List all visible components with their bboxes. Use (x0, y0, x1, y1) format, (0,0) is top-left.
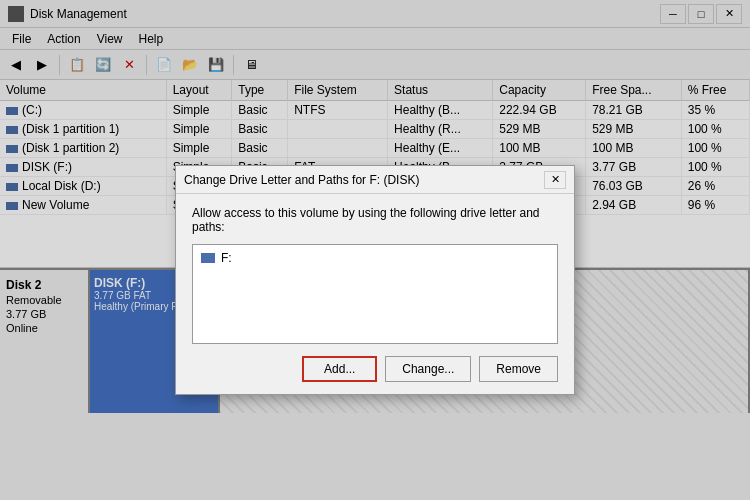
remove-button[interactable]: Remove (479, 356, 558, 382)
dialog-description: Allow access to this volume by using the… (192, 206, 558, 234)
dialog-list: F: (192, 244, 558, 344)
dialog-title: Change Drive Letter and Paths for F: (DI… (184, 173, 544, 187)
add-button[interactable]: Add... (302, 356, 377, 382)
dialog-buttons: Add... Change... Remove (192, 356, 558, 382)
dialog-overlay: Change Drive Letter and Paths for F: (DI… (0, 0, 750, 500)
dialog: Change Drive Letter and Paths for F: (DI… (175, 165, 575, 395)
drive-icon (201, 253, 215, 263)
dialog-title-bar: Change Drive Letter and Paths for F: (DI… (176, 166, 574, 194)
dialog-close-button[interactable]: ✕ (544, 171, 566, 189)
drive-letter: F: (221, 251, 232, 265)
change-button[interactable]: Change... (385, 356, 471, 382)
dialog-body: Allow access to this volume by using the… (176, 194, 574, 394)
list-item: F: (197, 249, 553, 267)
